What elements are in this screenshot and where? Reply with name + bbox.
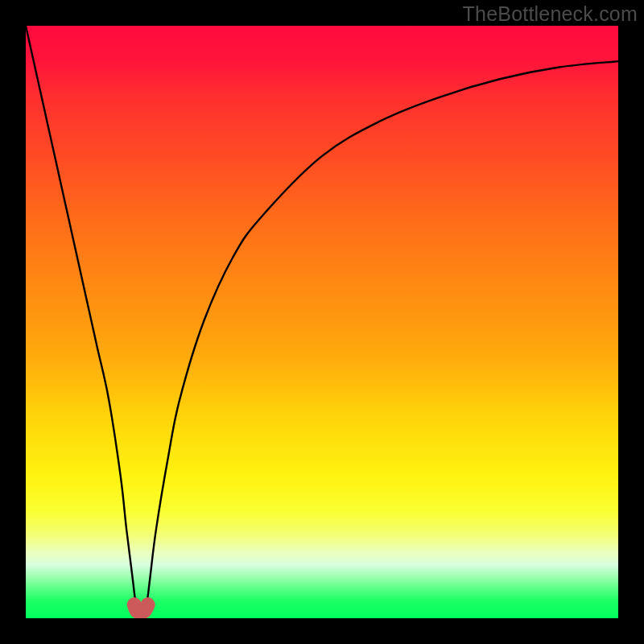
marker-u-shape — [134, 605, 148, 612]
watermark-text: TheBottleneck.com — [463, 2, 638, 26]
chart-frame: TheBottleneck.com — [0, 0, 644, 644]
gradient-plot-area — [26, 26, 618, 618]
bottleneck-curve — [26, 26, 618, 615]
curve-svg — [26, 26, 618, 618]
